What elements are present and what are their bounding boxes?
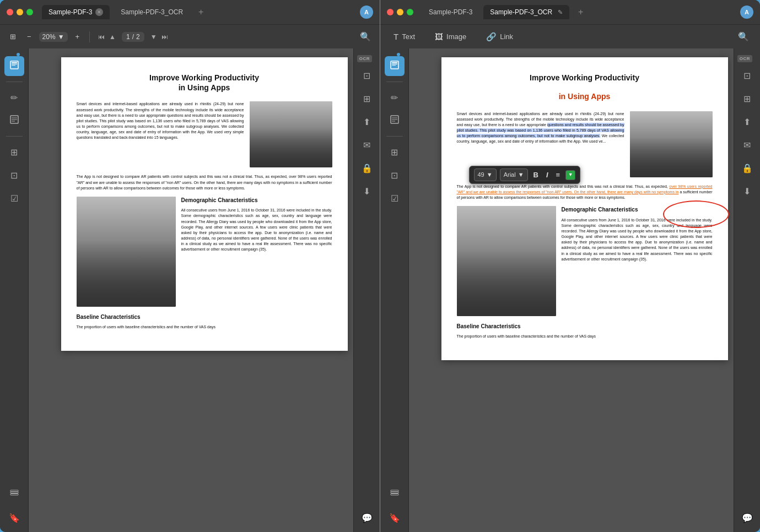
svg-rect-21 [391,490,398,492]
image-tool-button[interactable]: 🖼 Image [430,30,471,44]
search-button-right[interactable]: 🔍 [736,29,751,44]
rs-btn-3[interactable]: ⬆ [357,112,377,132]
zoom-value: 20% [42,33,56,41]
zoom-in-button[interactable]: + [72,30,83,43]
right-sidebar-btn-check[interactable]: ☑ [385,188,405,208]
avatar-right[interactable]: A [740,6,753,19]
zoom-out-button[interactable]: − [24,30,35,43]
right-download-icon: ⬇ [743,186,751,197]
italic-button[interactable]: I [544,170,551,180]
bold-button[interactable]: B [531,170,541,180]
rs-btn-mail[interactable]: ✉ [357,135,377,155]
close-button-left[interactable] [7,9,13,15]
left-section2-heading: Demographic Characteristics [181,197,332,205]
sidebar-btn-copy[interactable]: ⊞ [4,142,24,162]
next-page-button[interactable]: ▼ [149,32,159,42]
total-pages: 2 [136,33,140,41]
thumbnail-icon: ⊞ [10,32,16,41]
right-rs-btn-mail[interactable]: ✉ [737,135,757,155]
sidebar-btn-layers-bottom[interactable] [4,485,24,504]
right-rs-btn-download[interactable]: ⬇ [737,181,757,201]
sidebar-separator-1 [6,82,23,82]
right-sidebar-sep-1 [386,82,403,82]
font-size-select[interactable]: 49 ▼ [474,169,497,181]
tab-ocr-label-left: Sample-PDF-3_OCR [121,8,183,16]
close-button-right[interactable] [387,9,394,15]
left-image-1 [250,101,332,167]
right-rs-btn-chat[interactable]: 💬 [737,508,757,528]
traffic-lights-left [7,9,33,15]
right-rs-btn-1[interactable]: ⊡ [737,66,757,85]
add-tab-right[interactable]: + [574,7,587,17]
copy-icon: ⊞ [10,147,18,158]
tab-ocr-left[interactable]: Sample-PDF-3_OCR [114,5,190,19]
sidebar-btn-layers[interactable]: ☑ [4,188,24,208]
svg-rect-10 [10,490,18,492]
color-picker-button[interactable]: ▼ [565,170,575,180]
left-two-col-section: Smart devices and internet-based applica… [77,101,332,167]
right-rs-icon-1: ⊡ [743,70,751,81]
sidebar-btn-edit[interactable]: ✏ [4,88,24,107]
floating-format-toolbar: 49 ▼ Arial ▼ B I ≡ ▼ [469,166,581,184]
sidebar-btn-annotate[interactable] [4,111,24,131]
right-pdf-page: Improve Working Productivity in Using Ap… [441,57,728,360]
ocr-badge-right-left: OCR [357,55,372,62]
right-sidebar-btn-compare[interactable]: ⊡ [385,165,405,185]
right-classroom-photo-1 [630,111,713,177]
maximize-button-right[interactable] [407,9,413,15]
right-window: Sample-PDF-3 Sample-PDF-3_OCR ✎ + A T Te… [380,0,760,532]
sidebar-btn-pages[interactable] [4,56,24,76]
right-sidebar-btn-copy[interactable]: ⊞ [385,142,405,162]
font-size-dropdown-icon: ▼ [487,171,493,179]
left-main-area: ✏ ⊞ ⊡ ☑ [0,48,380,532]
search-button-left[interactable]: 🔍 [358,29,373,44]
link-tool-button[interactable]: 🔗 Link [482,30,518,44]
right-img-placeholder-2 [457,206,556,316]
right-rs-btn-3[interactable]: ⬆ [737,112,757,132]
maximize-button-left[interactable] [26,9,33,15]
font-name-value: Arial [504,171,516,179]
sidebar-btn-bookmark[interactable]: 🔖 [4,508,24,528]
left-sidebar: ✏ ⊞ ⊡ ☑ [0,48,29,532]
left-section3-body: The proportion of users with baseline ch… [77,324,332,330]
text-tool-button[interactable]: T Text [389,30,419,44]
rs-btn-chat[interactable]: 💬 [357,508,377,528]
minimize-button-right[interactable] [397,9,403,15]
align-button[interactable]: ≡ [554,170,563,180]
right-check-icon: ☑ [391,193,398,204]
svg-rect-12 [392,62,397,63]
right-sidebar-btn-stack[interactable] [385,485,405,504]
minimize-button-left[interactable] [17,9,23,15]
font-name-select[interactable]: Arial ▼ [500,169,528,181]
tab-pdf-left[interactable]: Sample-PDF-3 ✕ [42,5,110,19]
page-nav-arrows: ⏮ ▲ [96,32,117,42]
right-sidebar-btn-edit[interactable]: ✏ [385,88,405,107]
svg-rect-13 [392,64,397,64]
first-page-button[interactable]: ⏮ [96,32,106,42]
right-sidebar-btn-bookmark[interactable]: 🔖 [385,508,405,528]
right-body-para2: The App is not designed to compare AR pa… [457,184,713,200]
sidebar-btn-compare[interactable]: ⊡ [4,165,24,185]
last-page-button[interactable]: ⏭ [160,32,170,42]
avatar-left[interactable]: A [360,6,373,19]
prev-page-button[interactable]: ▲ [107,32,117,42]
zoom-control[interactable]: 20% ▼ [39,32,68,42]
rs-btn-lock[interactable]: 🔒 [357,158,377,178]
right-mail-icon: ✉ [743,140,751,150]
right-rs-btn-2[interactable]: ⊞ [737,89,757,108]
tab-close-left[interactable]: ✕ [95,8,103,16]
thumbnail-view-button[interactable]: ⊞ [7,30,19,43]
tab-ocr-right[interactable]: Sample-PDF-3_OCR ✎ [483,5,569,19]
left-section2-text: Demographic Characteristics All consecut… [181,197,332,307]
add-tab-left[interactable]: + [194,7,208,17]
rs-btn-download[interactable]: ⬇ [357,181,377,201]
rs-btn-2[interactable]: ⊞ [357,89,377,108]
right-sidebar-btn-annotate[interactable] [385,111,405,131]
compare-icon: ⊡ [10,170,18,181]
tab-pdf-right[interactable]: Sample-PDF-3 [422,5,479,19]
right-rs-btn-lock[interactable]: 🔒 [737,158,757,178]
right-sidebar-btn-pages[interactable] [385,56,405,76]
right-section3: Baseline Characteristics The proportion … [457,323,713,339]
rs-btn-1[interactable]: ⊡ [357,66,377,85]
current-page: 1 [126,33,130,41]
